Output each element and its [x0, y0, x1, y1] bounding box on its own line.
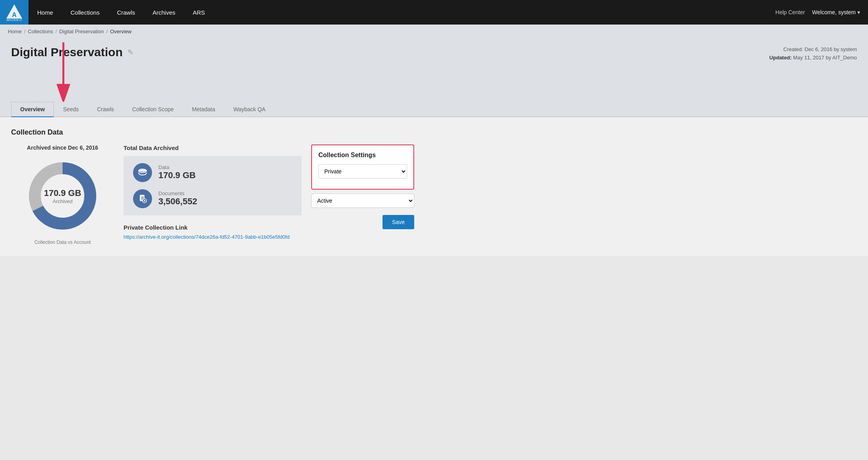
- nav-archives[interactable]: Archives: [144, 0, 184, 25]
- breadcrumb-home[interactable]: Home: [8, 29, 22, 34]
- header-meta: Created: Dec 6, 2016 by system Updated: …: [769, 46, 857, 62]
- private-link-url[interactable]: https://archive-it.org/collections/74dce…: [124, 234, 289, 240]
- collection-data-title: Collection Data: [11, 128, 857, 137]
- logo[interactable]: A ARCHIVE-IT: [0, 0, 29, 25]
- private-link-title: Private Collection Link: [124, 224, 302, 231]
- data-info-gb: Data 170.9 GB: [158, 164, 196, 181]
- content-area: Collection Data Archived since Dec 6, 20…: [0, 117, 868, 256]
- status-select[interactable]: Active Inactive: [311, 194, 414, 208]
- private-link-section: Private Collection Link https://archive-…: [124, 224, 302, 240]
- tab-wayback-qa[interactable]: Wayback QA: [224, 102, 274, 117]
- total-data-title: Total Data Archived: [124, 144, 302, 151]
- save-button[interactable]: Save: [383, 215, 414, 229]
- data-item-docs: Documents 3,506,552: [133, 189, 292, 208]
- breadcrumb-digital[interactable]: Digital Preservation: [59, 29, 104, 34]
- help-center-link[interactable]: Help Center: [775, 9, 805, 15]
- svg-text:A: A: [12, 11, 17, 18]
- breadcrumb-current: Overview: [110, 29, 131, 34]
- tab-collection-scope[interactable]: Collection Scope: [123, 102, 183, 117]
- docs-icon: [133, 189, 152, 208]
- data-box: Data 170.9 GB Documents: [124, 156, 302, 215]
- donut-section: Archived since Dec 6, 2016 170.9 GB Arch…: [11, 144, 114, 245]
- donut-chart: 170.9 GB Archived: [23, 156, 102, 236]
- welcome-message: Welcome, system ▾: [812, 9, 860, 15]
- page-header: Digital Preservation ✎ Created: Dec 6, 2…: [0, 38, 868, 62]
- data-icon: [133, 163, 152, 182]
- donut-title: Archived since Dec 6, 2016: [27, 144, 98, 151]
- status-select-container: Active Inactive: [311, 194, 414, 212]
- arrow-annotation-container: [0, 62, 868, 98]
- breadcrumb-sep-3: /: [106, 29, 108, 34]
- nav-ars[interactable]: ARS: [184, 0, 214, 25]
- updated-meta: Updated: May 11, 2017 by AIT_Demo: [769, 54, 857, 62]
- donut-caption: Collection Data vs Account: [34, 240, 91, 245]
- nav-home[interactable]: Home: [29, 0, 62, 25]
- nav-links: Home Collections Crawls Archives ARS: [29, 0, 775, 25]
- settings-box: Collection Settings Private Public: [311, 144, 414, 190]
- visibility-select[interactable]: Private Public: [318, 164, 407, 179]
- tab-metadata[interactable]: Metadata: [183, 102, 224, 117]
- breadcrumb-collections[interactable]: Collections: [28, 29, 53, 34]
- nav-crawls[interactable]: Crawls: [108, 0, 144, 25]
- data-item-gb: Data 170.9 GB: [133, 163, 292, 182]
- breadcrumb: Home / Collections / Digital Preservatio…: [0, 25, 868, 38]
- nav-collections[interactable]: Collections: [62, 0, 108, 25]
- navbar-right: Help Center Welcome, system ▾: [775, 9, 860, 15]
- tab-seeds[interactable]: Seeds: [54, 102, 88, 117]
- svg-text:ARCHIVE-IT: ARCHIVE-IT: [6, 19, 22, 21]
- edit-icon[interactable]: ✎: [128, 48, 133, 57]
- data-info-docs: Documents 3,506,552: [158, 190, 197, 207]
- svg-point-7: [139, 169, 147, 172]
- settings-title: Collection Settings: [318, 152, 407, 159]
- tabs-bar: Overview Seeds Crawls Collection Scope M…: [0, 98, 868, 117]
- navbar: A ARCHIVE-IT Home Collections Crawls Arc…: [0, 0, 868, 25]
- breadcrumb-sep-1: /: [24, 29, 26, 34]
- settings-section: Collection Settings Private Public Activ…: [311, 144, 414, 229]
- data-row: Archived since Dec 6, 2016 170.9 GB Arch…: [11, 144, 857, 245]
- donut-label: 170.9 GB Archived: [44, 188, 81, 204]
- total-data-section: Total Data Archived Data 170.9 GB: [124, 144, 302, 240]
- tab-crawls[interactable]: Crawls: [88, 102, 123, 117]
- tab-overview[interactable]: Overview: [11, 102, 54, 117]
- breadcrumb-sep-2: /: [55, 29, 57, 34]
- annotation-arrow: [40, 38, 87, 102]
- created-meta: Created: Dec 6, 2016 by system: [769, 46, 857, 54]
